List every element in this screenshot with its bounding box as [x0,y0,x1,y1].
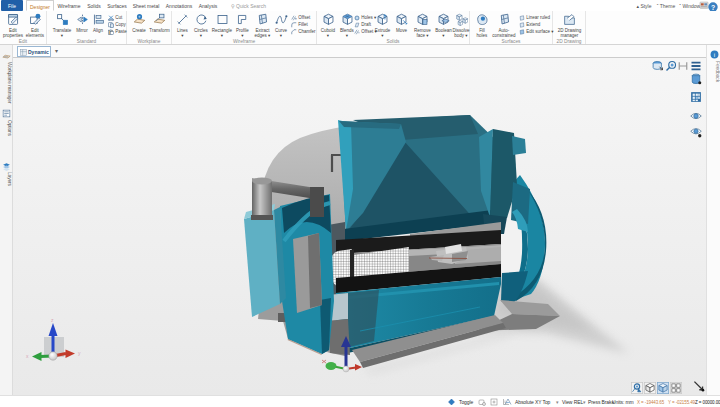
svg-text:y: y [78,350,81,356]
svg-text:z: z [51,317,54,323]
svg-text:?: ? [711,4,715,11]
svg-text:x: x [26,353,29,359]
svg-text:i: i [714,51,715,58]
